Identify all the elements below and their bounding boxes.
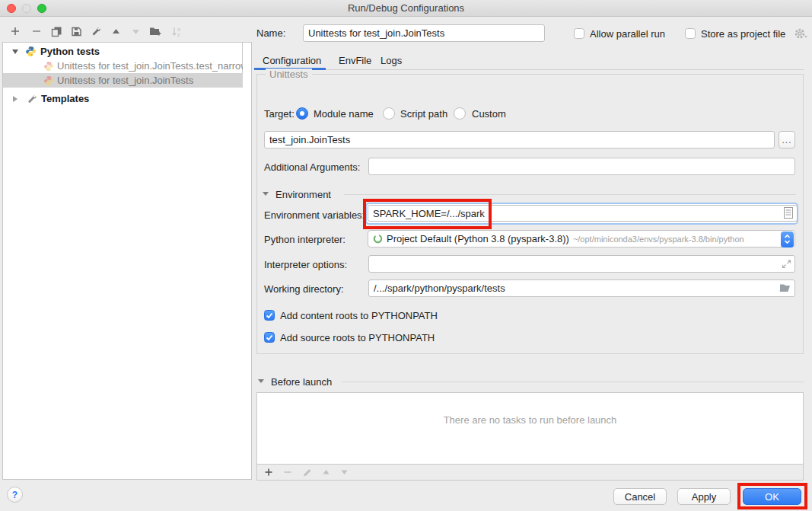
title-bar: Run/Debug Configurations xyxy=(0,0,812,17)
tree-item-label: Templates xyxy=(41,93,89,104)
allow-parallel-run-checkbox[interactable] xyxy=(574,28,584,39)
unittests-group-title: Unittests xyxy=(266,69,312,80)
python-icon xyxy=(25,46,37,57)
tree-item-label: Unittests for test_join.JoinTests.test_n… xyxy=(57,60,243,72)
window-title: Run/Debug Configurations xyxy=(0,0,812,16)
edit-task-icon[interactable] xyxy=(302,468,312,477)
remove-task-icon[interactable] xyxy=(283,468,292,477)
browse-module-button[interactable]: ... xyxy=(779,131,795,149)
add-configuration-icon[interactable] xyxy=(9,25,21,37)
close-window-button[interactable] xyxy=(7,4,16,13)
python-test-icon xyxy=(43,61,54,72)
radio-custom[interactable] xyxy=(454,107,466,120)
environment-collapse-icon[interactable] xyxy=(263,192,269,196)
tab-configuration[interactable]: Configuration xyxy=(263,55,321,66)
python-interpreter-label: Python interpreter: xyxy=(264,234,345,245)
environment-section-line xyxy=(344,194,796,195)
tree-item-templates[interactable]: Templates xyxy=(3,91,251,106)
sort-configurations-icon[interactable]: az xyxy=(170,25,183,37)
environment-variables-input[interactable] xyxy=(368,205,798,222)
before-launch-empty-message: There are no tasks to run before launch xyxy=(257,414,803,426)
add-source-roots-label[interactable]: Add source roots to PYTHONPATH xyxy=(280,332,435,343)
move-up-icon[interactable] xyxy=(110,25,122,37)
before-launch-title[interactable]: Before launch xyxy=(271,376,332,388)
environment-variables-label: Environment variables: xyxy=(264,209,365,221)
move-task-up-icon[interactable] xyxy=(322,468,330,476)
python-interpreter-path: ~/opt/miniconda3/envs/pyspark-3.8/bin/py… xyxy=(573,235,744,244)
configurations-tree: Python tests Unittests for test_join.Joi… xyxy=(2,42,252,480)
interpreter-options-input[interactable] xyxy=(368,255,795,273)
move-down-icon[interactable] xyxy=(129,25,142,37)
combobox-stepper-icon[interactable] xyxy=(781,232,794,248)
radio-custom-label[interactable]: Custom xyxy=(472,108,506,120)
svg-text:z: z xyxy=(177,32,180,37)
save-configuration-icon[interactable] xyxy=(70,25,82,37)
add-content-roots-label[interactable]: Add content roots to PYTHONPATH xyxy=(280,310,438,321)
before-launch-tasks-panel: There are no tasks to run before launch xyxy=(256,392,804,481)
copy-configuration-icon[interactable] xyxy=(50,25,62,37)
before-launch-section-line xyxy=(341,382,804,382)
minimize-window-button[interactable] xyxy=(22,4,31,13)
chevron-right-icon[interactable] xyxy=(13,96,18,102)
tree-item-test-narrow[interactable]: Unittests for test_join.JoinTests.test_n… xyxy=(3,59,243,73)
tree-item-label: Python tests xyxy=(40,46,100,57)
target-label: Target: xyxy=(264,108,295,120)
svg-text:a: a xyxy=(177,26,180,31)
run-debug-configurations-dialog: Run/Debug Configurations az Python tests xyxy=(0,0,812,511)
python-interpreter-combobox[interactable]: Project Default (Python 3.8 (pyspark-3.8… xyxy=(368,230,795,248)
edit-variables-icon[interactable] xyxy=(784,207,793,221)
additional-arguments-label: Additional Arguments: xyxy=(264,161,360,173)
python-interpreter-value: Project Default (Python 3.8 (pyspark-3.8… xyxy=(387,233,569,244)
apply-button[interactable]: Apply xyxy=(677,488,731,505)
radio-script-path[interactable] xyxy=(383,107,395,120)
allow-parallel-run-label: Allow parallel run xyxy=(590,28,665,40)
radio-script-path-label[interactable]: Script path xyxy=(400,108,447,120)
working-directory-label: Working directory: xyxy=(264,283,344,295)
help-button[interactable]: ? xyxy=(7,487,23,503)
expand-field-icon[interactable] xyxy=(781,258,792,272)
ok-button[interactable]: OK xyxy=(743,488,801,505)
new-folder-icon[interactable] xyxy=(149,25,161,37)
remove-configuration-icon[interactable] xyxy=(30,25,43,37)
module-name-input[interactable] xyxy=(264,131,775,149)
add-source-roots-checkbox[interactable] xyxy=(264,332,275,343)
tree-item-jointests-selected[interactable]: Unittests for test_join.JoinTests xyxy=(3,73,243,88)
chevron-down-icon[interactable] xyxy=(12,50,18,54)
interpreter-options-label: Interpreter options: xyxy=(264,259,347,270)
zoom-window-button[interactable] xyxy=(37,4,46,13)
python-test-icon xyxy=(43,75,54,86)
gear-icon[interactable] xyxy=(794,27,808,42)
tree-item-python-tests[interactable]: Python tests xyxy=(3,44,243,59)
radio-module-name-label[interactable]: Module name xyxy=(314,108,374,120)
before-launch-collapse-icon[interactable] xyxy=(258,379,264,383)
add-content-roots-checkbox[interactable] xyxy=(264,310,275,321)
edit-templates-icon[interactable] xyxy=(89,25,101,37)
add-task-icon[interactable] xyxy=(264,468,273,477)
name-input[interactable] xyxy=(303,24,545,42)
tab-logs[interactable]: Logs xyxy=(381,55,402,66)
move-task-down-icon[interactable] xyxy=(340,468,349,476)
additional-arguments-input[interactable] xyxy=(368,158,795,175)
folder-browse-icon[interactable] xyxy=(779,283,792,295)
cancel-button[interactable]: Cancel xyxy=(613,488,667,505)
name-label: Name: xyxy=(256,27,285,39)
tab-bar-divider xyxy=(256,69,804,70)
tree-item-label: Unittests for test_join.JoinTests xyxy=(57,75,193,86)
environment-section-title[interactable]: Environment xyxy=(275,189,331,200)
tab-envfile[interactable]: EnvFile xyxy=(339,55,371,66)
radio-module-name[interactable] xyxy=(296,107,308,120)
store-as-project-file-label: Store as project file xyxy=(701,28,785,40)
store-as-project-file-checkbox[interactable] xyxy=(685,28,696,39)
environment-variables-focus-ring xyxy=(365,203,798,225)
working-directory-input[interactable] xyxy=(368,279,795,297)
wrench-icon xyxy=(26,94,37,104)
conda-environment-icon xyxy=(373,234,383,244)
before-launch-toolbar xyxy=(257,464,803,480)
